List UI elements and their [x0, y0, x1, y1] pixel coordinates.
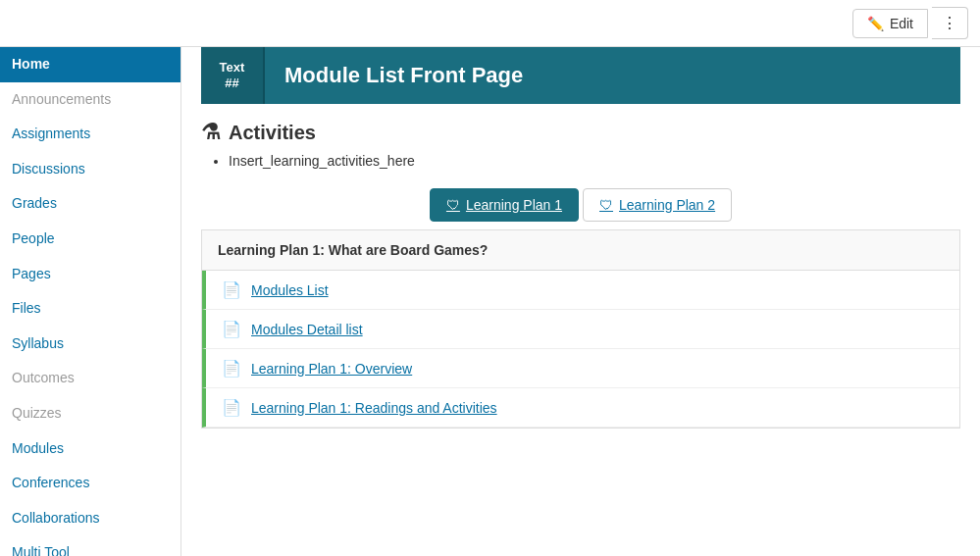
banner-icon: Text ## — [201, 47, 265, 104]
sidebar-label-discussions: Discussions — [12, 161, 85, 177]
sidebar-label-quizzes: Quizzes — [12, 405, 62, 421]
activities-list: Insert_learning_activities_here — [229, 153, 960, 169]
sidebar-item-files[interactable]: Files — [0, 291, 181, 327]
tab-lp2-label: Learning Plan 2 — [619, 197, 715, 213]
lp-item-modules-detail: 📄 Modules Detail list — [202, 310, 959, 349]
edit-button[interactable]: ✏️ Edit — [852, 9, 928, 38]
tab-learning-plan-1[interactable]: 🛡 Learning Plan 1 — [430, 188, 579, 222]
learning-plan-tabs: 🛡 Learning Plan 1 🛡 Learning Plan 2 — [201, 188, 960, 222]
edit-label: Edit — [890, 16, 913, 31]
sidebar-label-multi-tool: Multi Tool — [12, 544, 70, 556]
sidebar-item-home[interactable]: Home — [0, 47, 181, 82]
tab-lp1-label: Learning Plan 1 — [466, 197, 562, 213]
sidebar-item-outcomes: Outcomes — [0, 361, 181, 396]
sidebar-label-conferences: Conferences — [12, 475, 89, 490]
ellipsis-icon: ⋮ — [942, 15, 957, 31]
activity-item: Insert_learning_activities_here — [229, 153, 960, 169]
document-icon-4: 📄 — [222, 398, 241, 417]
sidebar-item-modules[interactable]: Modules — [0, 431, 181, 467]
sidebar-label-home: Home — [12, 56, 50, 72]
sidebar-item-pages[interactable]: Pages — [0, 257, 181, 292]
sidebar-label-assignments: Assignments — [12, 126, 90, 141]
sidebar-item-conferences[interactable]: Conferences — [0, 466, 181, 501]
learning-plan-content: Learning Plan 1: What are Board Games? 📄… — [201, 229, 960, 429]
lp-content-header: Learning Plan 1: What are Board Games? — [202, 230, 959, 271]
sidebar-item-syllabus[interactable]: Syllabus — [0, 327, 181, 362]
tab-learning-plan-2[interactable]: 🛡 Learning Plan 2 — [583, 188, 732, 222]
banner-title: Module List Front Page — [265, 47, 542, 104]
lp-link-lp1-readings[interactable]: Learning Plan 1: Readings and Activities — [251, 400, 497, 416]
sidebar-item-assignments[interactable]: Assignments — [0, 117, 181, 152]
sidebar-item-quizzes: Quizzes — [0, 396, 181, 431]
edit-area: ✏️ Edit ⋮ — [852, 7, 968, 39]
top-bar: ✏️ Edit ⋮ — [0, 0, 980, 47]
shield-icon-2: 🛡 — [599, 197, 613, 213]
lp-item-lp1-readings: 📄 Learning Plan 1: Readings and Activiti… — [202, 388, 959, 428]
sidebar-label-collaborations: Collaborations — [12, 510, 100, 526]
page-banner: Text ## Module List Front Page — [201, 47, 960, 104]
document-icon-3: 📄 — [222, 359, 241, 378]
document-icon-2: 📄 — [222, 320, 241, 338]
lp-item-modules-list: 📄 Modules List — [202, 271, 959, 310]
shield-icon-1: 🛡 — [446, 197, 460, 213]
sidebar-label-grades: Grades — [12, 195, 57, 211]
sidebar-label-announcements: Announcements — [12, 91, 111, 107]
sidebar-label-pages: Pages — [12, 266, 51, 281]
activities-heading: Activities — [229, 122, 316, 144]
sidebar-item-multi-tool[interactable]: Multi Tool — [0, 535, 181, 556]
lp-link-modules-detail[interactable]: Modules Detail list — [251, 322, 363, 337]
sidebar-item-people[interactable]: People — [0, 222, 181, 257]
sidebar-label-modules: Modules — [12, 440, 64, 456]
sidebar-item-discussions[interactable]: Discussions — [0, 152, 181, 187]
sidebar-item-grades[interactable]: Grades — [0, 186, 181, 222]
sidebar-item-announcements: Announcements — [0, 82, 181, 118]
pencil-icon: ✏️ — [867, 16, 884, 31]
more-button[interactable]: ⋮ — [932, 7, 968, 39]
sidebar-label-files: Files — [12, 300, 41, 316]
sidebar-label-outcomes: Outcomes — [12, 370, 75, 385]
main-layout: Home Announcements Assignments Discussio… — [0, 47, 980, 556]
sidebar-label-syllabus: Syllabus — [12, 335, 64, 351]
document-icon-1: 📄 — [222, 280, 241, 299]
sidebar-item-collaborations[interactable]: Collaborations — [0, 501, 181, 536]
lp-link-lp1-overview[interactable]: Learning Plan 1: Overview — [251, 361, 412, 377]
flask-icon: ⚗ — [201, 120, 221, 145]
sidebar-label-people: People — [12, 230, 55, 246]
banner-icon-text: Text ## — [220, 60, 245, 90]
sidebar: Home Announcements Assignments Discussio… — [0, 47, 181, 556]
content-area: Text ## Module List Front Page ⚗ Activit… — [181, 47, 980, 556]
activities-header: ⚗ Activities — [201, 120, 960, 145]
lp-item-lp1-overview: 📄 Learning Plan 1: Overview — [202, 349, 959, 388]
lp-link-modules-list[interactable]: Modules List — [251, 282, 329, 298]
